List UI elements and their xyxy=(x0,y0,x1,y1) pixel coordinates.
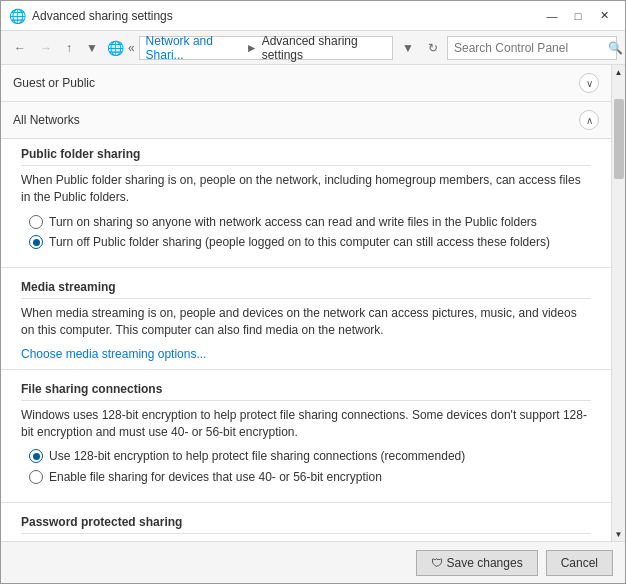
turn-on-sharing-label: Turn on sharing so anyone with network a… xyxy=(49,214,537,231)
maximize-button[interactable]: □ xyxy=(565,5,591,27)
network-folder-icon: 🌐 xyxy=(107,40,124,56)
title-bar: 🌐 Advanced sharing settings — □ ✕ xyxy=(1,1,625,31)
title-bar-left: 🌐 Advanced sharing settings xyxy=(9,8,173,24)
turn-on-sharing-option[interactable]: Turn on sharing so anyone with network a… xyxy=(29,214,591,231)
media-streaming-section: Media streaming When media streaming is … xyxy=(1,272,611,365)
minimize-button[interactable]: — xyxy=(539,5,565,27)
window-title: Advanced sharing settings xyxy=(32,9,173,23)
refresh-button[interactable]: ↻ xyxy=(423,38,443,58)
file-sharing-title: File sharing connections xyxy=(21,382,591,401)
file-sharing-description: Windows uses 128-bit encryption to help … xyxy=(21,407,591,441)
public-folder-sharing-description: When Public folder sharing is on, people… xyxy=(21,172,591,206)
save-icon: 🛡 xyxy=(431,556,443,570)
all-networks-toggle[interactable]: ∧ xyxy=(579,110,599,130)
media-streaming-title: Media streaming xyxy=(21,280,591,299)
enable-40-56-option[interactable]: Enable file sharing for devices that use… xyxy=(29,469,591,486)
all-networks-section-header[interactable]: All Networks ∧ xyxy=(1,102,611,139)
guest-or-public-title: Guest or Public xyxy=(13,76,95,90)
password-protected-title: Password protected sharing xyxy=(21,515,591,534)
scrollbar[interactable]: ▲ ▼ xyxy=(611,65,625,541)
breadcrumb[interactable]: Network and Shari... ► Advanced sharing … xyxy=(139,36,394,60)
back-button[interactable]: ← xyxy=(9,38,31,58)
turn-off-sharing-option[interactable]: Turn off Public folder sharing (people l… xyxy=(29,234,591,251)
footer: 🛡 Save changes Cancel xyxy=(1,541,625,583)
save-button[interactable]: 🛡 Save changes xyxy=(416,550,538,576)
scroll-thumb[interactable] xyxy=(614,99,624,179)
search-box[interactable]: 🔍 xyxy=(447,36,617,60)
public-folder-sharing-section: Public folder sharing When Public folder… xyxy=(1,139,611,263)
search-input[interactable] xyxy=(454,41,604,55)
up-button[interactable]: ↑ xyxy=(61,38,77,58)
turn-off-sharing-label: Turn off Public folder sharing (people l… xyxy=(49,234,550,251)
password-protected-section: Password protected sharing When password… xyxy=(1,507,611,541)
use-128-bit-radio[interactable] xyxy=(29,449,43,463)
public-folder-sharing-title: Public folder sharing xyxy=(21,147,591,166)
use-128-bit-option[interactable]: Use 128-bit encryption to help protect f… xyxy=(29,448,591,465)
use-128-bit-label: Use 128-bit encryption to help protect f… xyxy=(49,448,465,465)
breadcrumb-current: Advanced sharing settings xyxy=(262,34,386,62)
breadcrumb-network[interactable]: Network and Shari... xyxy=(146,34,242,62)
window-icon: 🌐 xyxy=(9,8,26,24)
media-streaming-link[interactable]: Choose media streaming options... xyxy=(21,347,206,361)
media-streaming-description: When media streaming is on, people and d… xyxy=(21,305,591,339)
title-controls: — □ ✕ xyxy=(539,5,617,27)
save-label: Save changes xyxy=(447,556,523,570)
main-window: 🌐 Advanced sharing settings — □ ✕ ← → ↑ … xyxy=(0,0,626,584)
cancel-label: Cancel xyxy=(561,556,598,570)
guest-or-public-toggle[interactable]: ∨ xyxy=(579,73,599,93)
enable-40-56-radio[interactable] xyxy=(29,470,43,484)
forward-button[interactable]: → xyxy=(35,38,57,58)
scroll-up-button[interactable]: ▲ xyxy=(612,65,626,79)
scroll-track xyxy=(612,79,625,527)
nav-bar: ← → ↑ ▼ 🌐 « Network and Shari... ► Advan… xyxy=(1,31,625,65)
content-area: Guest or Public ∨ All Networks ∧ Public … xyxy=(1,65,625,541)
scroll-down-button[interactable]: ▼ xyxy=(612,527,626,541)
recent-button[interactable]: ▼ xyxy=(81,38,103,58)
breadcrumb-separator-left: « xyxy=(128,41,135,55)
close-button[interactable]: ✕ xyxy=(591,5,617,27)
main-content: Guest or Public ∨ All Networks ∧ Public … xyxy=(1,65,611,541)
file-sharing-section: File sharing connections Windows uses 12… xyxy=(1,374,611,498)
breadcrumb-arrow: ► xyxy=(246,41,258,55)
turn-on-sharing-radio[interactable] xyxy=(29,215,43,229)
enable-40-56-label: Enable file sharing for devices that use… xyxy=(49,469,382,486)
public-folder-radio-group: Turn on sharing so anyone with network a… xyxy=(29,214,591,252)
cancel-button[interactable]: Cancel xyxy=(546,550,613,576)
guest-or-public-section[interactable]: Guest or Public ∨ xyxy=(1,65,611,102)
search-icon: 🔍 xyxy=(608,41,623,55)
turn-off-sharing-radio[interactable] xyxy=(29,235,43,249)
all-networks-title: All Networks xyxy=(13,113,80,127)
dropdown-button[interactable]: ▼ xyxy=(397,38,419,58)
file-sharing-radio-group: Use 128-bit encryption to help protect f… xyxy=(29,448,591,486)
